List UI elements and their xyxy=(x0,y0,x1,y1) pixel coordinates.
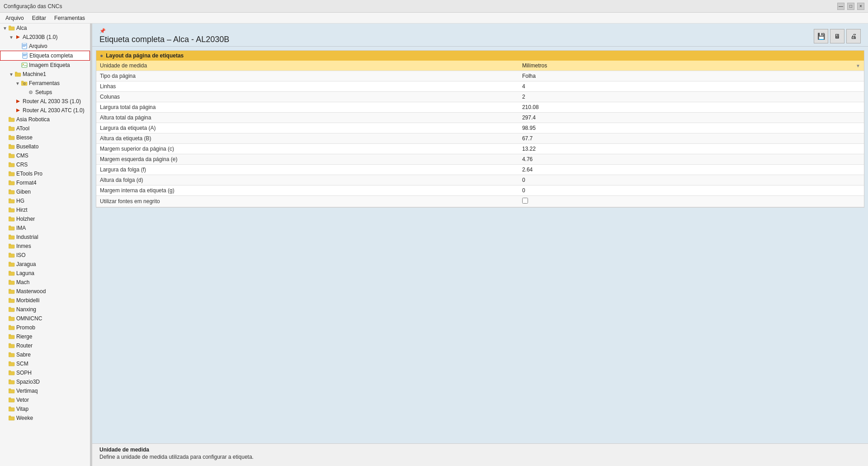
sidebar-item-router-al2030-atc[interactable]: Router AL 2030 ATC (1.0) xyxy=(0,106,90,115)
sidebar-item-atool[interactable]: ATool xyxy=(0,124,90,133)
svg-rect-1 xyxy=(9,26,11,27)
sidebar-item-biesse[interactable]: Biesse xyxy=(0,133,90,142)
sidebar-item-vetor[interactable]: Vetor xyxy=(0,395,90,404)
prop-label: Tipo da página xyxy=(96,71,519,81)
sidebar-item-alca[interactable]: ▼Alca xyxy=(0,24,90,33)
sidebar-item-imagem-etiqueta[interactable]: Imagem Etiqueta xyxy=(0,61,90,70)
menu-arquivo[interactable]: Arquivo xyxy=(2,14,28,22)
sidebar-item-laguna[interactable]: Laguna xyxy=(0,269,90,278)
maximize-button[interactable]: □ xyxy=(847,3,854,10)
tree-item-label: ATool xyxy=(16,125,29,132)
expand-icon xyxy=(2,152,8,159)
prop-label: Altura da etiqueta (B) xyxy=(96,133,519,144)
sidebar-item-omnicnc[interactable]: OMNICNC xyxy=(0,314,90,323)
sidebar-item-asia-robotica[interactable]: Asia Robotica xyxy=(0,115,90,124)
content-area: 📌 Etiqueta completa – Alca - AL2030B 💾 🖥… xyxy=(92,24,868,466)
sidebar-item-sabre[interactable]: Sabre xyxy=(0,350,90,359)
tree-item-icon xyxy=(21,80,28,87)
sidebar-item-vitap[interactable]: Vitap xyxy=(0,404,90,414)
print-button[interactable]: 🖨 xyxy=(846,29,861,43)
sidebar-item-al2030b[interactable]: ▼AL2030B (1.0) xyxy=(0,33,90,42)
header-buttons: 💾 🖥 🖨 xyxy=(814,29,861,43)
sidebar-item-etools-pro[interactable]: ETools Pro xyxy=(0,169,90,178)
menu-editar[interactable]: Editar xyxy=(28,14,50,22)
sidebar-item-scm[interactable]: SCM xyxy=(0,359,90,368)
sidebar-item-router[interactable]: Router xyxy=(0,341,90,350)
sidebar: ▼Alca▼AL2030B (1.0) Arquivo Etiqueta com… xyxy=(0,24,90,466)
tree-item-label: Router AL 2030 3S (1.0) xyxy=(23,98,81,105)
tree-item-label: Arquivo xyxy=(29,43,47,49)
tree-item-label: Weeke xyxy=(16,415,33,421)
bold-fonts-checkbox[interactable] xyxy=(522,198,528,204)
status-title: Unidade de medida xyxy=(99,447,861,453)
table-row: Margem superior da página (c)13.22 xyxy=(96,144,864,154)
sidebar-item-format4[interactable]: Format4 xyxy=(0,178,90,187)
monitor-button[interactable]: 🖥 xyxy=(830,29,844,43)
sidebar-item-holzher[interactable]: Holzher xyxy=(0,214,90,223)
section-header[interactable]: ● Layout da página de etiquetas xyxy=(96,51,864,61)
table-row: Altura da etiqueta (B)67.7 xyxy=(96,133,864,144)
tree-item-label: Giben xyxy=(16,189,31,195)
sidebar-item-giben[interactable]: Giben xyxy=(0,187,90,196)
sidebar-item-morbidelli[interactable]: Morbidelli xyxy=(0,296,90,305)
sidebar-item-nanxing[interactable]: Nanxing xyxy=(0,305,90,314)
sidebar-item-ima[interactable]: IMA xyxy=(0,223,90,233)
dropdown-arrow-icon[interactable]: ▼ xyxy=(856,63,860,68)
tree-item-label: Holzher xyxy=(16,216,35,222)
table-header-row: Unidade de medida Milímetros ▼ xyxy=(96,61,864,71)
content-header: 📌 Etiqueta completa – Alca - AL2030B 💾 🖥… xyxy=(92,24,868,47)
close-button[interactable]: × xyxy=(857,3,864,10)
tree-item-icon xyxy=(8,143,15,150)
prop-value[interactable] xyxy=(519,196,864,207)
sidebar-item-spazio3d[interactable]: Spazio3D xyxy=(0,377,90,386)
prop-label: Margem interna da etiqueta (g) xyxy=(96,185,519,196)
sidebar-item-busellato[interactable]: Busellato xyxy=(0,142,90,151)
svg-rect-6 xyxy=(23,46,25,47)
tree-item-label: Industrial xyxy=(16,234,38,240)
expand-icon xyxy=(2,288,8,295)
section-toggle-icon: ● xyxy=(100,52,103,59)
sidebar-item-soph[interactable]: SOPH xyxy=(0,368,90,377)
sidebar-item-ferramentas[interactable]: ▼Ferramentas xyxy=(0,79,90,88)
expand-icon xyxy=(2,189,8,195)
window-controls[interactable]: — □ × xyxy=(837,3,864,10)
table-row: Tipo da páginaFolha xyxy=(96,71,864,81)
minimize-button[interactable]: — xyxy=(837,3,844,10)
sidebar-item-cms[interactable]: CMS xyxy=(0,151,90,160)
sidebar-item-weeke[interactable]: Weeke xyxy=(0,414,90,423)
svg-rect-79 xyxy=(9,371,11,372)
tree-item-label: Router xyxy=(16,342,33,349)
main-layout: ▼Alca▼AL2030B (1.0) Arquivo Etiqueta com… xyxy=(0,24,868,466)
svg-rect-51 xyxy=(9,244,11,245)
sidebar-item-jaragua[interactable]: Jaragua xyxy=(0,260,90,269)
expand-icon xyxy=(2,143,8,150)
sidebar-item-industrial[interactable]: Industrial xyxy=(0,233,90,242)
sidebar-item-arquivo[interactable]: Arquivo xyxy=(0,42,90,51)
sidebar-item-setups[interactable]: Setups xyxy=(0,88,90,97)
expand-icon xyxy=(2,207,8,213)
sidebar-item-masterwood[interactable]: Masterwood xyxy=(0,287,90,296)
expand-icon xyxy=(15,52,21,59)
svg-rect-3 xyxy=(22,43,27,49)
sidebar-item-hg[interactable]: HG xyxy=(0,196,90,205)
sidebar-item-crs[interactable]: CRS xyxy=(0,160,90,169)
tree-item-label: Busellato xyxy=(16,143,38,150)
sidebar-item-promob[interactable]: Promob xyxy=(0,323,90,332)
sidebar-item-etiqueta-completa[interactable]: Etiqueta completa xyxy=(0,51,90,61)
tree-item-label: Hirzt xyxy=(16,207,28,213)
tree-item-label: ISO xyxy=(16,252,26,258)
save-button[interactable]: 💾 xyxy=(814,29,828,43)
sidebar-item-machine1[interactable]: ▼Machine1 xyxy=(0,70,90,79)
tree-item-icon xyxy=(8,206,15,214)
expand-icon xyxy=(14,43,21,49)
sidebar-item-inmes[interactable]: Inmes xyxy=(0,242,90,251)
sidebar-item-vertimaq[interactable]: Vertimaq xyxy=(0,386,90,395)
sidebar-item-hirzt[interactable]: Hirzt xyxy=(0,205,90,214)
tree-item-icon xyxy=(8,315,15,322)
sidebar-item-rierge[interactable]: Rierge xyxy=(0,332,90,341)
prop-value: 98.95 xyxy=(519,123,864,133)
sidebar-item-mach[interactable]: Mach xyxy=(0,278,90,287)
menu-ferramentas[interactable]: Ferramentas xyxy=(51,14,89,22)
sidebar-item-router-al2030-3s[interactable]: Router AL 2030 3S (1.0) xyxy=(0,97,90,106)
sidebar-item-iso[interactable]: ISO xyxy=(0,251,90,260)
